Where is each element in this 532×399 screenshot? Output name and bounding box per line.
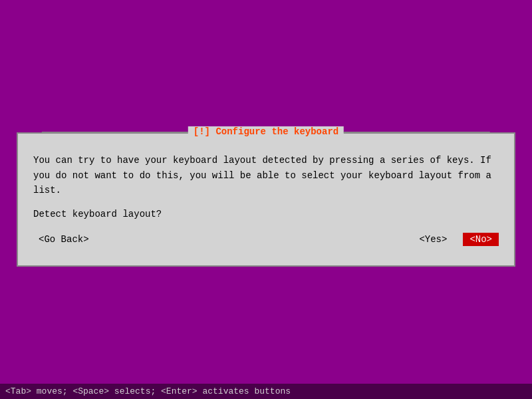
border-right — [514, 133, 515, 265]
no-button[interactable]: <No> — [463, 233, 499, 246]
border-bottom — [17, 265, 515, 266]
button-group-right: <Yes> <No> — [414, 233, 499, 246]
status-bar-text: <Tab> moves; <Space> selects; <Enter> ac… — [5, 386, 291, 396]
dialog: [!] Configure the keyboard You can try t… — [17, 132, 515, 266]
border-left — [17, 133, 18, 265]
go-back-button[interactable]: <Go Back> — [33, 233, 94, 246]
title-line-left — [42, 132, 188, 132]
dialog-title: [!] Configure the keyboard — [188, 126, 344, 137]
dialog-wrapper: [!] Configure the keyboard You can try t… — [17, 132, 515, 266]
title-line-right — [344, 132, 490, 132]
dialog-body-text: You can try to have your keyboard layout… — [33, 153, 499, 198]
detect-question: Detect keyboard layout? — [33, 209, 499, 219]
dialog-content: You can try to have your keyboard layout… — [33, 146, 499, 252]
status-bar: <Tab> moves; <Space> selects; <Enter> ac… — [0, 384, 532, 399]
yes-button[interactable]: <Yes> — [414, 233, 452, 246]
dialog-title-bar: [!] Configure the keyboard — [42, 126, 490, 137]
button-row: <Go Back> <Yes> <No> — [33, 233, 499, 246]
